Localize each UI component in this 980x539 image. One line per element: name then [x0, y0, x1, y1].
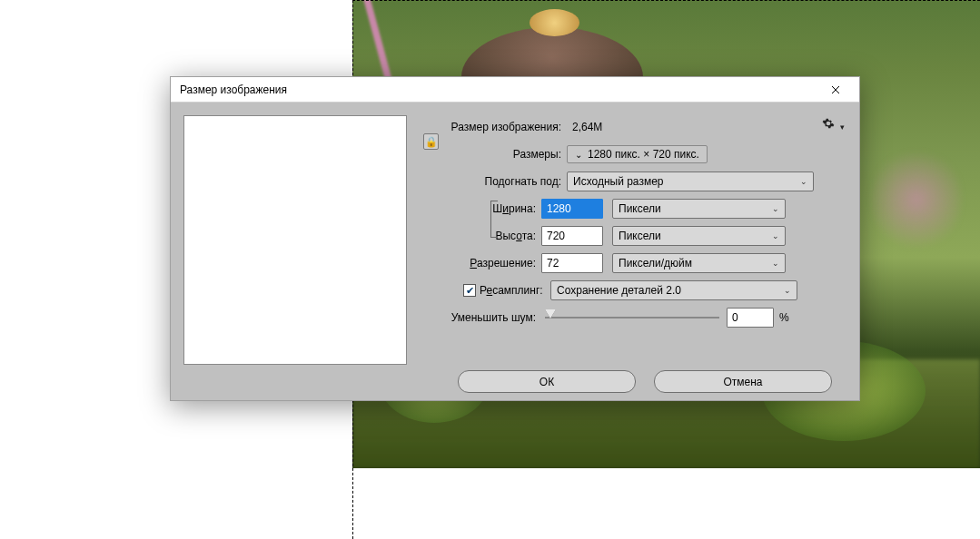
constrain-proportions-button[interactable]: 🔒 — [423, 133, 439, 150]
preview-pane — [183, 115, 407, 365]
chevron-down-icon: ⌄ — [772, 204, 779, 213]
gear-caret-icon: ▾ — [840, 122, 845, 132]
settings-gear-button[interactable]: ▾ — [822, 117, 845, 132]
chevron-down-icon: ⌄ — [800, 177, 807, 186]
dimensions-value: 1280 пикс. × 720 пикс. — [588, 148, 699, 161]
chevron-down-icon: ⌄ — [575, 150, 582, 160]
chevron-down-icon: ⌄ — [772, 259, 779, 268]
dialog-titlebar[interactable]: Размер изображения — [171, 77, 859, 103]
chevron-down-icon: ⌄ — [772, 231, 779, 240]
slider-thumb-icon[interactable] — [545, 309, 556, 318]
height-unit-value: Пиксели — [619, 230, 661, 242]
image-size-value: 2,64M — [567, 121, 602, 133]
reduce-noise-input[interactable] — [727, 308, 774, 328]
close-button[interactable] — [816, 77, 856, 103]
reduce-noise-unit: % — [779, 311, 789, 324]
gear-icon — [822, 117, 835, 130]
fit-to-select[interactable]: Исходный размер ⌄ — [567, 172, 814, 191]
fit-to-label: Подогнать под: — [421, 175, 567, 188]
resample-method-value: Сохранение деталей 2.0 — [557, 284, 681, 297]
constrain-proportions-bracket — [481, 193, 500, 244]
resolution-unit-select[interactable]: Пиксели/дюйм ⌄ — [612, 253, 786, 273]
dialog-title: Размер изображения — [180, 83, 816, 96]
height-unit-select[interactable]: Пиксели ⌄ — [612, 226, 786, 246]
width-unit-select[interactable]: Пиксели ⌄ — [612, 199, 786, 219]
height-input[interactable] — [541, 226, 603, 246]
ok-button[interactable]: ОК — [458, 370, 636, 393]
fit-to-value: Исходный размер — [573, 175, 664, 188]
resample-label: Ресамплинг: — [480, 284, 550, 297]
cancel-button[interactable]: Отмена — [654, 370, 832, 393]
image-size-dialog: Размер изображения ▾ Размер изображения:… — [170, 76, 860, 401]
resample-checkbox[interactable]: ✔ — [463, 284, 476, 297]
resample-method-select[interactable]: Сохранение деталей 2.0 ⌄ — [550, 280, 797, 300]
selection-marquee-top — [352, 0, 980, 1]
image-size-label: Размер изображения: — [421, 121, 567, 133]
chevron-down-icon: ⌄ — [784, 286, 791, 295]
close-icon — [831, 85, 840, 94]
reduce-noise-label: Уменьшить шум: — [421, 311, 541, 324]
resolution-unit-value: Пиксели/дюйм — [619, 257, 692, 270]
width-unit-value: Пиксели — [619, 202, 661, 215]
resolution-label: Разрешение: — [421, 257, 541, 270]
link-icon: 🔒 — [425, 136, 438, 148]
width-input[interactable] — [541, 199, 603, 219]
dimensions-dropdown[interactable]: ⌄ 1280 пикс. × 720 пикс. — [567, 145, 708, 163]
resolution-input[interactable] — [541, 253, 603, 273]
dimensions-label: Размеры: — [421, 148, 567, 161]
reduce-noise-slider[interactable] — [545, 309, 719, 326]
